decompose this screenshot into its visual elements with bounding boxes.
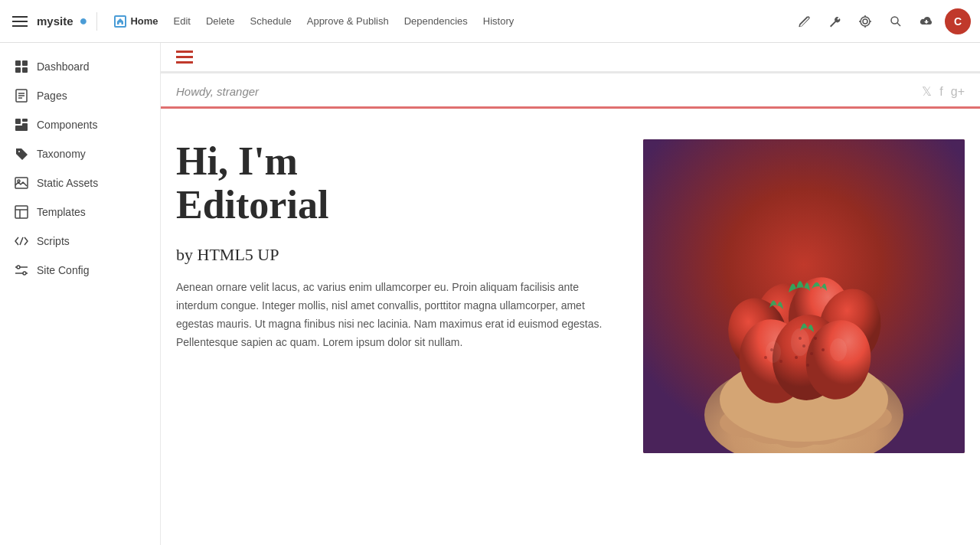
sidebar-label-site-config: Site Config <box>37 264 89 276</box>
tag-icon <box>14 146 29 162</box>
site-name: mysite <box>37 15 74 28</box>
wrench-icon[interactable] <box>822 9 847 34</box>
hero-title-line1: Hi, I'm <box>176 139 298 183</box>
nav-label-dependencies: Dependencies <box>404 15 468 27</box>
sidebar-label-static-assets: Static Assets <box>37 177 98 189</box>
sidebar-item-templates[interactable]: Templates <box>0 197 160 227</box>
user-avatar[interactable]: C <box>945 8 971 34</box>
svg-point-56 <box>791 328 809 356</box>
nav-item-delete[interactable]: Delete <box>198 11 243 31</box>
svg-point-1 <box>863 19 867 24</box>
hero-text: Hi, I'm Editorial by HTML5 UP Aenean orn… <box>176 139 612 352</box>
svg-rect-10 <box>15 67 21 73</box>
svg-point-52 <box>822 348 825 351</box>
svg-rect-17 <box>22 119 28 122</box>
main-layout: Dashboard Pages Components Taxonomy <box>0 43 980 545</box>
sidebar-item-pages[interactable]: Pages <box>0 81 160 110</box>
sidebar-item-taxonomy[interactable]: Taxonomy <box>0 139 160 168</box>
code-icon <box>14 233 29 249</box>
site-plus-icon[interactable]: ● <box>80 13 88 29</box>
twitter-icon[interactable]: 𝕏 <box>922 84 932 99</box>
social-icons: 𝕏 f g+ <box>922 84 965 99</box>
svg-line-7 <box>897 23 900 26</box>
nav-item-home[interactable]: Home <box>106 11 165 32</box>
svg-point-6 <box>891 17 898 24</box>
svg-point-58 <box>830 338 847 361</box>
svg-rect-19 <box>15 126 28 131</box>
nav-divider <box>96 12 97 31</box>
home-icon <box>114 15 126 28</box>
facebook-icon[interactable]: f <box>939 85 942 99</box>
preview-header <box>161 43 980 73</box>
nav-label-schedule: Schedule <box>250 15 292 27</box>
sidebar-label-templates: Templates <box>37 206 86 218</box>
target-icon[interactable] <box>853 9 877 34</box>
search-icon[interactable] <box>884 9 908 34</box>
preview-menu-toggle[interactable] <box>176 51 193 64</box>
svg-rect-11 <box>22 67 28 73</box>
hero-body: Aenean ornare velit lacus, ac varius eni… <box>176 279 612 351</box>
nav-item-dependencies[interactable]: Dependencies <box>397 11 475 31</box>
svg-point-54 <box>779 360 782 363</box>
nav-label-edit: Edit <box>174 15 191 27</box>
hero-title: Hi, I'm Editorial <box>176 139 612 227</box>
topbar: mysite ● Home Edit Delete Schedule Appro… <box>0 0 980 43</box>
avatar-letter: C <box>954 15 962 28</box>
svg-point-57 <box>766 341 781 363</box>
nav-label-approve-publish: Approve & Publish <box>307 15 389 27</box>
templates-icon <box>14 204 29 220</box>
hero-subtitle: by HTML5 UP <box>176 245 612 265</box>
dashboard-icon <box>14 59 29 74</box>
svg-rect-16 <box>15 119 21 124</box>
nav-item-schedule[interactable]: Schedule <box>243 11 299 31</box>
sidebar-label-pages: Pages <box>37 90 67 102</box>
hero-title-line2: Editorial <box>176 183 328 227</box>
hero-section: Hi, I'm Editorial by HTML5 UP Aenean orn… <box>161 109 980 484</box>
greeting-bar: Howdy, stranger 𝕏 f g+ <box>161 73 980 109</box>
pages-icon <box>14 88 29 103</box>
nav-label-delete: Delete <box>206 15 235 27</box>
nav-label-home: Home <box>130 15 158 27</box>
svg-point-49 <box>806 364 809 367</box>
sidebar-item-scripts[interactable]: Scripts <box>0 227 160 256</box>
image-icon <box>14 175 29 191</box>
sidebar-item-static-assets[interactable]: Static Assets <box>0 168 160 197</box>
sliders-icon <box>14 263 29 278</box>
content-area: Howdy, stranger 𝕏 f g+ Hi, I'm Editorial… <box>161 43 980 545</box>
hero-image <box>643 139 965 453</box>
sidebar-label-components: Components <box>37 119 97 131</box>
nav-item-approve-publish[interactable]: Approve & Publish <box>299 11 397 31</box>
svg-point-50 <box>814 337 817 340</box>
sidebar: Dashboard Pages Components Taxonomy <box>0 43 161 545</box>
svg-point-47 <box>810 352 813 355</box>
googleplus-icon[interactable]: g+ <box>951 85 965 99</box>
svg-point-48 <box>795 356 798 359</box>
sidebar-label-taxonomy: Taxonomy <box>37 148 86 160</box>
cloud-icon[interactable] <box>914 9 939 34</box>
sidebar-item-dashboard[interactable]: Dashboard <box>0 52 160 81</box>
topbar-left: mysite ● <box>9 12 100 31</box>
svg-point-0 <box>861 17 870 26</box>
hamburger-icon[interactable] <box>9 13 31 30</box>
sidebar-label-dashboard: Dashboard <box>37 60 90 73</box>
svg-rect-8 <box>15 60 21 66</box>
topbar-right: C <box>792 8 971 34</box>
sidebar-label-scripts: Scripts <box>37 235 70 247</box>
nav-item-edit[interactable]: Edit <box>166 11 198 31</box>
topbar-nav: Home Edit Delete Schedule Approve & Publ… <box>106 11 521 32</box>
svg-point-28 <box>17 266 20 269</box>
greeting-text: Howdy, stranger <box>176 85 259 98</box>
preview-pane: Howdy, stranger 𝕏 f g+ Hi, I'm Editorial… <box>161 43 980 545</box>
svg-point-29 <box>23 272 26 275</box>
pencil-icon[interactable] <box>792 9 816 34</box>
sidebar-item-site-config[interactable]: Site Config <box>0 256 160 285</box>
svg-rect-9 <box>22 60 28 66</box>
svg-line-25 <box>20 237 23 245</box>
components-icon <box>14 117 29 132</box>
sidebar-item-components[interactable]: Components <box>0 110 160 139</box>
nav-label-history: History <box>483 15 514 27</box>
nav-item-history[interactable]: History <box>475 11 521 31</box>
svg-rect-22 <box>15 206 28 218</box>
